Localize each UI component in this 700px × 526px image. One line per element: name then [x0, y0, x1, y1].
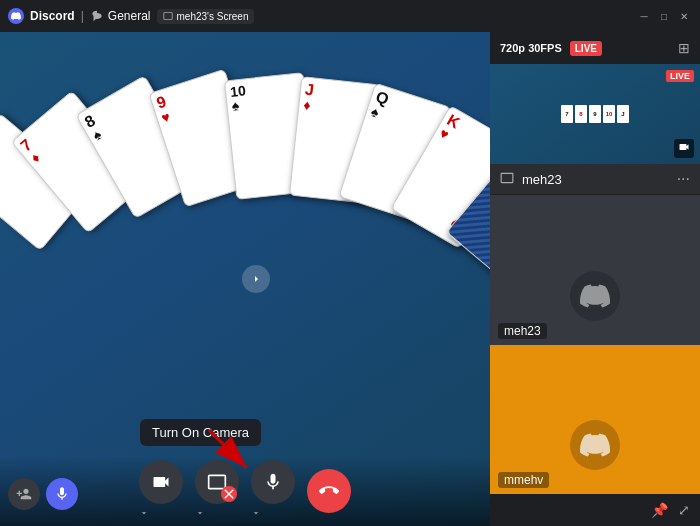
title-divider: | — [81, 9, 84, 23]
participant-card-mmehv: mmehv — [490, 345, 700, 495]
tooltip-arrow — [200, 426, 260, 476]
preview-cam-icon — [674, 139, 694, 158]
participant-card-meh23: meh23 — [490, 195, 700, 345]
main-container: 6 ♠ ♠ 7 ♦ ♦ 8 ♠ ♠ 9 — [0, 32, 700, 526]
sidebar-bottom: 📌 ⤢ — [490, 494, 700, 526]
app-title: Discord — [30, 9, 75, 23]
sidebar-header: 720p 30FPS LIVE ⊞ — [490, 32, 700, 64]
close-button[interactable]: ✕ — [676, 8, 692, 24]
preview-live-badge: LIVE — [666, 70, 694, 82]
monitor-icon — [500, 171, 514, 188]
grid-icon[interactable]: ⊞ — [678, 40, 690, 56]
stream-preview: 7 8 9 10 J LIVE — [490, 64, 700, 164]
sidebar: 720p 30FPS LIVE ⊞ 7 8 9 10 J LIVE — [490, 32, 700, 526]
camera-badge — [139, 504, 183, 522]
mic-badge — [251, 504, 295, 522]
tooltip-container: Turn On Camera — [140, 419, 261, 446]
stream-user-name: meh23 — [522, 172, 669, 187]
title-bar: Discord | General meh23's Screen ─ □ ✕ — [0, 0, 700, 32]
expand-icon[interactable]: ⤢ — [678, 502, 690, 518]
discord-icon — [8, 8, 24, 24]
channel-info: General — [90, 9, 151, 23]
participant-name-mmehv: mmehv — [498, 472, 549, 488]
minimize-button[interactable]: ─ — [636, 8, 652, 24]
channel-name: General — [108, 9, 151, 23]
pin-icon[interactable]: 📌 — [651, 502, 668, 518]
scroll-right-button[interactable] — [242, 265, 270, 293]
camera-button[interactable] — [139, 460, 183, 504]
camera-button-wrapper — [139, 460, 183, 522]
title-bar-left: Discord | General meh23's Screen — [8, 8, 254, 24]
cards-container: 6 ♠ ♠ 7 ♦ ♦ 8 ♠ ♠ 9 — [0, 62, 490, 402]
quality-badge: 720p 30FPS — [500, 42, 562, 54]
screen-share-badge: meh23's Screen — [157, 9, 255, 24]
add-friend-button[interactable] — [8, 478, 40, 510]
video-area: 6 ♠ ♠ 7 ♦ ♦ 8 ♠ ♠ 9 — [0, 32, 490, 526]
live-badge: LIVE — [570, 41, 602, 56]
stop-share-badge — [195, 504, 239, 522]
svg-line-1 — [209, 430, 247, 468]
left-controls — [8, 478, 78, 510]
stop-badge — [221, 486, 237, 502]
participant-name-meh23: meh23 — [498, 323, 547, 339]
end-call-button[interactable] — [307, 469, 351, 513]
discord-avatar-mmehv — [570, 420, 620, 470]
screen-share-label: meh23's Screen — [177, 11, 249, 22]
more-options-button[interactable]: ··· — [677, 170, 690, 188]
maximize-button[interactable]: □ — [656, 8, 672, 24]
user-row: meh23 ··· — [490, 164, 700, 195]
discord-avatar-meh23 — [570, 271, 620, 321]
voice-channel-button[interactable] — [46, 478, 78, 510]
window-controls: ─ □ ✕ — [636, 8, 692, 24]
